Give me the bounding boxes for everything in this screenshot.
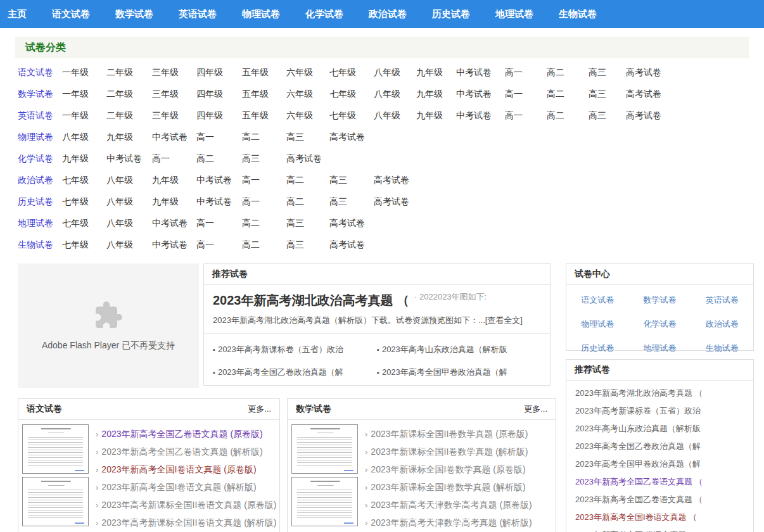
grade-link[interactable]: 八年级	[374, 110, 400, 120]
grade-link[interactable]: 七年级	[62, 196, 89, 206]
paper-center-link[interactable]: 历史试卷	[566, 336, 628, 360]
grade-link[interactable]: 高二	[242, 132, 260, 142]
paper-center-link[interactable]: 语文试卷	[566, 288, 628, 312]
grade-link[interactable]: 中考试卷	[152, 132, 188, 142]
nav-item[interactable]: 主页	[0, 8, 39, 20]
subject-link[interactable]: 语文试卷	[18, 67, 53, 77]
recommend-side-link[interactable]: 2023年高考山东政治真题（解析版	[566, 420, 753, 438]
grade-link[interactable]: 高三	[329, 175, 347, 185]
grade-link[interactable]: 九年级	[152, 175, 179, 185]
recommend-side-link[interactable]: 2023年高考新课标卷（五省）政治	[566, 402, 753, 420]
grade-link[interactable]: 高考试卷	[626, 67, 661, 77]
grade-link[interactable]: 高一	[242, 175, 260, 185]
grade-link[interactable]: 八年级	[62, 132, 89, 142]
paper-center-link[interactable]: 数学试卷	[628, 288, 691, 312]
grade-link[interactable]: 中考试卷	[456, 110, 492, 120]
grade-link[interactable]: 中考试卷	[456, 67, 492, 77]
paper-center-link[interactable]: 生物试卷	[691, 336, 753, 360]
grade-link[interactable]: 高考试卷	[374, 175, 409, 185]
math-more-link[interactable]: 更多...	[524, 403, 547, 415]
grade-link[interactable]: 四年级	[196, 110, 223, 120]
paper-link[interactable]: ›2023年新课标全国II卷数学真题 (解析版)	[365, 443, 552, 460]
grade-link[interactable]: 九年级	[152, 196, 179, 206]
grade-link[interactable]: 二年级	[106, 110, 133, 120]
nav-item[interactable]: 化学试卷	[293, 8, 356, 20]
grade-link[interactable]: 高一	[196, 239, 214, 250]
grade-link[interactable]: 六年级	[286, 110, 313, 120]
subject-link[interactable]: 历史试卷	[18, 196, 53, 206]
grade-link[interactable]: 九年级	[416, 110, 443, 120]
grade-link[interactable]: 高一	[505, 67, 523, 77]
grade-link[interactable]: 四年级	[196, 89, 223, 99]
paper-center-link[interactable]: 化学试卷	[628, 312, 691, 336]
grade-link[interactable]: 高三	[286, 132, 304, 142]
paper-link[interactable]: ›2023年新高考全国I卷语文真题 (原卷版)	[96, 460, 276, 478]
grade-link[interactable]: 高一	[505, 89, 523, 99]
grade-link[interactable]: 六年级	[286, 89, 313, 99]
nav-item[interactable]: 地理试卷	[483, 8, 546, 20]
grade-link[interactable]: 高三	[589, 89, 606, 99]
recommend-side-link[interactable]: 2023年新高考全国I卷语文真题 （	[566, 526, 753, 532]
grade-link[interactable]: 高二	[547, 110, 564, 120]
subject-link[interactable]: 英语试卷	[18, 110, 53, 120]
paper-center-link[interactable]: 物理试卷	[566, 312, 628, 336]
paper-link[interactable]: ›2023年新课标全国II卷数学真题 (原卷版)	[365, 425, 552, 443]
grade-link[interactable]: 五年级	[242, 89, 269, 99]
paper-link[interactable]: ›2023年高考新课标全国II卷语文真题 (解析版)	[96, 514, 276, 531]
grade-link[interactable]: 高考试卷	[329, 132, 365, 142]
grade-link[interactable]: 八年级	[106, 175, 133, 185]
nav-item[interactable]: 语文试卷	[39, 8, 103, 20]
paper-link[interactable]: ›2023年新高考全国乙卷语文真题 (原卷版)	[96, 425, 276, 443]
paper-link[interactable]: ›2023年新高考天津数学高考真题 (原卷版)	[365, 496, 552, 514]
grade-link[interactable]: 八年级	[374, 67, 400, 77]
recommend-link[interactable]: ▪2023年高考山东政治真题（解析版	[377, 338, 541, 361]
grade-link[interactable]: 高三	[286, 239, 304, 250]
paper-link[interactable]: ›2023年新高考全国乙卷语文真题 (解析版)	[96, 443, 276, 460]
grade-link[interactable]: 八年级	[374, 89, 400, 99]
nav-item[interactable]: 政治试卷	[356, 8, 419, 20]
grade-link[interactable]: 高二	[547, 89, 564, 99]
paper-link[interactable]: ›2023年新高考全国I卷语文真题 (解析版)	[96, 478, 276, 496]
grade-link[interactable]: 高三	[329, 196, 347, 206]
grade-link[interactable]: 高一	[196, 132, 214, 142]
subject-link[interactable]: 化学试卷	[18, 153, 53, 163]
subject-link[interactable]: 数学试卷	[18, 89, 53, 99]
recommend-side-link[interactable]: 2023年高考全国乙卷政治真题（解	[566, 438, 753, 455]
grade-link[interactable]: 中考试卷	[196, 175, 232, 185]
grade-link[interactable]: 九年级	[106, 132, 133, 142]
recommend-side-link[interactable]: 2023年新高考全国乙卷语文真题 （	[566, 473, 753, 491]
nav-item[interactable]: 物理试卷	[229, 8, 293, 20]
grade-link[interactable]: 中考试卷	[152, 218, 188, 228]
grade-link[interactable]: 高一	[196, 218, 214, 228]
grade-link[interactable]: 高二	[286, 175, 304, 185]
paper-center-link[interactable]: 政治试卷	[691, 312, 753, 336]
featured-paper-title[interactable]: 2023年新高考湖北政治高考真题 （	[213, 293, 409, 307]
grade-link[interactable]: 一年级	[62, 110, 89, 120]
grade-link[interactable]: 五年级	[242, 110, 269, 120]
grade-link[interactable]: 九年级	[62, 153, 89, 163]
paper-link[interactable]: ›2023年新课标全国I卷数学真题 (原卷版)	[365, 460, 552, 478]
nav-item[interactable]: 数学试卷	[103, 8, 166, 20]
grade-link[interactable]: 高考试卷	[329, 218, 365, 228]
grade-link[interactable]: 七年级	[329, 110, 356, 120]
featured-paper-description[interactable]: 2023年新高考湖北政治高考真题（解析版）下载。试卷资源预览图如下：...[查看…	[213, 315, 541, 326]
subject-link[interactable]: 政治试卷	[18, 175, 53, 185]
grade-link[interactable]: 八年级	[106, 239, 133, 250]
grade-link[interactable]: 高一	[152, 153, 170, 163]
recommend-link[interactable]: ▪2023年高考新课标卷（五省）政治	[213, 338, 377, 361]
grade-link[interactable]: 高三	[286, 218, 304, 228]
subject-link[interactable]: 生物试卷	[18, 239, 53, 250]
grade-link[interactable]: 三年级	[152, 110, 179, 120]
grade-link[interactable]: 高一	[505, 110, 523, 120]
grade-link[interactable]: 中考试卷	[152, 239, 188, 250]
grade-link[interactable]: 中考试卷	[456, 89, 492, 99]
paper-link[interactable]: ›2023年高考新课标全国II卷语文真题 (原卷版)	[96, 496, 276, 514]
paper-thumbnail[interactable]	[291, 477, 358, 526]
recommend-side-link[interactable]: 2023年高考全国甲卷政治真题（解	[566, 455, 753, 473]
grade-link[interactable]: 高一	[242, 196, 260, 206]
grade-link[interactable]: 七年级	[62, 218, 89, 228]
recommend-side-link[interactable]: 2023年新高考全国乙卷语文真题 （	[566, 491, 753, 509]
grade-link[interactable]: 中考试卷	[106, 153, 142, 163]
paper-link[interactable]: ›2023年新课标全国I卷数学真题 (解析版)	[365, 478, 552, 496]
grade-link[interactable]: 高考试卷	[374, 196, 409, 206]
